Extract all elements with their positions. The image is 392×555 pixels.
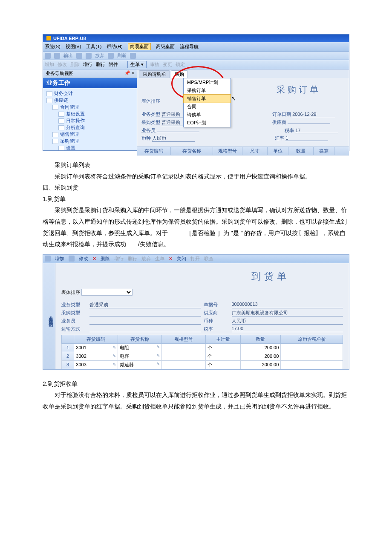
f-docno-v[interactable]: 0000000013 (232, 302, 343, 308)
tb1-icon[interactable] (54, 53, 60, 59)
btn-delrow[interactable]: 删行 (128, 256, 137, 262)
btn-abandon[interactable]: 放弃 (141, 256, 151, 262)
btn-ref[interactable]: 联查 (204, 256, 213, 262)
generate-bill-menu[interactable]: MPS/MRP计划 采购订单 销售订单 合同 请购单 EOP计划 (183, 78, 231, 127)
grid-col[interactable]: 单位 (268, 147, 288, 155)
tb1-icon[interactable] (108, 53, 114, 59)
btn-del[interactable]: 删除 (101, 256, 110, 262)
f-supp-v[interactable]: 广东美顺电机设备有限公司 (232, 310, 343, 316)
grid-col[interactable] (62, 335, 74, 343)
f-trans-v[interactable] (89, 326, 201, 332)
side-tab[interactable]: 业务导航视图 (43, 263, 55, 369)
menu-bar[interactable]: 系统(S) 视图(V) 工具(T) 帮助(H) 简易桌面 高级桌面 流程导航 (43, 42, 349, 52)
doc-tabs[interactable]: 采购请购单 采购 (137, 69, 349, 78)
supp-value[interactable] (288, 124, 330, 124)
tab-2[interactable]: 采购 (171, 70, 188, 78)
tree-node[interactable]: 合同管理 (46, 104, 135, 110)
cell-price[interactable] (281, 343, 343, 352)
dd-req[interactable]: 请购单 (184, 111, 231, 119)
tree-node[interactable]: 财务会计 (46, 90, 135, 97)
btn-close[interactable]: 关闭 (177, 256, 186, 262)
cur-value[interactable]: 人民币 (152, 135, 195, 142)
btn-add[interactable]: 增加 (55, 256, 64, 262)
grid-col[interactable]: 数量 (240, 335, 281, 343)
tax-value[interactable]: 17 (295, 128, 338, 133)
table-row[interactable]: 23002✎电容✎个200.00 (62, 352, 343, 360)
grid-col[interactable]: 尺寸 (242, 147, 268, 155)
dd-contract[interactable]: 合同 (184, 103, 231, 111)
help-icon[interactable] (130, 53, 136, 59)
f-tax-v[interactable]: 17.00 (232, 326, 343, 332)
cell-name[interactable]: 减速器✎ (118, 360, 162, 369)
grid-col[interactable]: 存货编码 (137, 147, 171, 155)
cell-code[interactable]: 3001✎ (74, 343, 118, 352)
cell-spec[interactable] (162, 352, 206, 360)
tb1-abandon[interactable]: 放弃 (95, 52, 104, 59)
save-icon[interactable] (76, 53, 82, 59)
delete-icon[interactable]: ✕ (92, 256, 96, 262)
close-icon[interactable]: ✕ (169, 256, 173, 262)
arrival-grid[interactable]: 存货编码存货名称规格型号主计量数量原币含税单价 13001✎电阻✎个200.00… (61, 335, 343, 369)
grid-col[interactable]: 主计量 (206, 335, 241, 343)
tb2-add[interactable]: 增加 (45, 61, 54, 68)
tb1-output[interactable]: 输出 (63, 52, 73, 59)
pin-icon[interactable]: 📌 × (124, 70, 134, 77)
date-value[interactable]: 2006-12-29 (292, 112, 335, 117)
btn-flow-nav[interactable]: 流程导航 (180, 43, 199, 50)
f-ptype-v[interactable] (89, 310, 201, 316)
generate-bill-button[interactable]: 生单 ▾ (127, 61, 147, 68)
nav-tree[interactable]: 财务会计供应链合同管理基础设置日常操作分析查询销售管理采购管理设置供应商管理请购… (43, 88, 137, 150)
tb2-del[interactable]: 删除 (70, 61, 80, 68)
grid-col[interactable]: 原币含税单价 (281, 335, 343, 343)
menu-system[interactable]: 系统(S) (45, 43, 61, 50)
btn-open[interactable]: 打开 (190, 256, 200, 262)
dd-po[interactable]: 采购订单 (184, 86, 231, 95)
tb2-attach[interactable]: 附件 (109, 61, 118, 68)
grid-col[interactable]: 存货编码 (74, 335, 118, 343)
menu-help[interactable]: 帮助(H) (107, 43, 122, 50)
dd-so[interactable]: 销售订单 (183, 94, 231, 103)
tab-1[interactable]: 采购请购单 (139, 70, 170, 78)
dd-eop[interactable]: EOP计划 (184, 119, 231, 127)
cell-name[interactable]: 电容✎ (118, 352, 162, 360)
dd-mps[interactable]: MPS/MRP计划 (184, 78, 231, 86)
clerk-value[interactable] (157, 132, 199, 132)
tree-node[interactable]: 日常操作 (46, 118, 135, 124)
btn-adv-desktop[interactable]: 高级桌面 (156, 43, 175, 50)
grid-col[interactable]: 规格型号 (162, 335, 206, 343)
xrate-value[interactable]: 1 (285, 135, 328, 141)
cell-unit[interactable]: 个 (206, 360, 241, 369)
tb2-delrow[interactable]: 删行 (96, 61, 105, 68)
tb1-refresh[interactable]: 刷新 (117, 52, 127, 59)
tb1-icon[interactable] (45, 53, 51, 59)
grid-col[interactable]: 换算 (314, 147, 334, 155)
cell-code[interactable]: 3003✎ (74, 360, 118, 369)
cell-qty[interactable]: 200.00 (240, 352, 281, 360)
sort-select[interactable] (81, 289, 133, 296)
cell-price[interactable] (281, 352, 343, 360)
grid-col[interactable]: 数量 (288, 147, 314, 155)
menu-tools[interactable]: 工具(T) (86, 43, 101, 50)
tree-node[interactable]: 采购管理 (46, 138, 135, 144)
tree-node[interactable]: 分析查询 (46, 124, 135, 131)
cell-name[interactable]: 电阻✎ (118, 343, 162, 352)
tb1-icon[interactable] (86, 53, 92, 59)
tree-node[interactable]: 基础设置 (46, 111, 135, 117)
btn-simple-desktop[interactable]: 简易桌面 (128, 43, 151, 50)
tb2-mod[interactable]: 修改 (58, 61, 67, 68)
tree-node[interactable]: 供应链 (46, 97, 135, 104)
add-icon[interactable] (45, 256, 51, 262)
f-biztype-v[interactable]: 普通采购 (89, 302, 201, 308)
btn-addrow[interactable]: 增行 (114, 256, 124, 262)
f-clerk-v[interactable] (89, 318, 201, 325)
btn-gen[interactable]: 生单 (155, 256, 164, 262)
cell-price[interactable] (281, 360, 343, 369)
tree-node[interactable]: 设置 (46, 145, 135, 150)
tree-node[interactable]: 销售管理 (46, 131, 135, 138)
f-cur-v[interactable]: 人民币 (232, 318, 343, 325)
tb2-review[interactable]: 审核 (150, 61, 159, 68)
cell-unit[interactable]: 个 (206, 343, 241, 352)
tb2-addrow[interactable]: 增行 (83, 61, 92, 68)
cell-qty[interactable]: 200.00 (240, 343, 281, 352)
grid-col[interactable]: 存货名称 (118, 335, 162, 343)
